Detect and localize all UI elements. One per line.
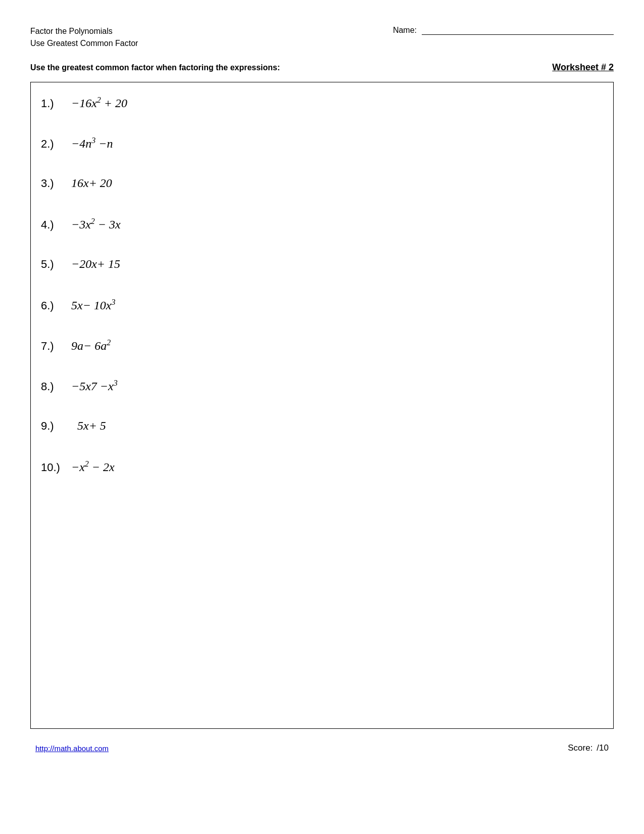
problem-number-7: 7.) <box>41 340 71 353</box>
problem-expr-2: −4n3 −n <box>71 136 113 151</box>
problem-expr-8: −5x7 −x3 <box>71 379 118 393</box>
problem-row-6: 6.)5x− 10x3 <box>41 290 598 330</box>
problem-row-9: 9.) 5x+ 5 <box>41 411 598 451</box>
name-label: Name: <box>393 26 417 35</box>
worksheet-title: Worksheet # 2 <box>552 62 614 73</box>
problem-number-5: 5.) <box>41 258 71 271</box>
problem-number-10: 10.) <box>41 461 71 474</box>
problem-row-5: 5.)−20x+ 15 <box>41 249 598 290</box>
title-line1: Factor the Polynomials <box>30 25 138 37</box>
problem-number-4: 4.) <box>41 218 71 231</box>
footer: http://math.about.com Score: /10 <box>30 743 614 753</box>
problem-row-1: 1.)−16x2 + 20 <box>41 87 598 128</box>
problem-expr-1: −16x2 + 20 <box>71 96 127 110</box>
instruction-row: Use the greatest common factor when fact… <box>30 62 614 73</box>
score-value: /10 <box>597 743 609 753</box>
problem-number-2: 2.) <box>41 137 71 151</box>
problem-number-3: 3.) <box>41 177 71 190</box>
instruction-text: Use the greatest common factor when fact… <box>30 63 280 72</box>
name-input-line <box>422 25 614 35</box>
problem-number-8: 8.) <box>41 380 71 393</box>
problem-expr-9: 5x+ 5 <box>71 419 106 433</box>
problem-number-9: 9.) <box>41 420 71 433</box>
problem-row-4: 4.)−3x2 − 3x <box>41 209 598 249</box>
footer-score: Score: /10 <box>568 743 609 753</box>
problem-number-6: 6.) <box>41 299 71 312</box>
problem-expr-5: −20x+ 15 <box>71 257 120 271</box>
problem-expr-3: 16x+ 20 <box>71 176 112 190</box>
header-section: Factor the Polynomials Use Greatest Comm… <box>30 25 614 50</box>
problem-row-2: 2.)−4n3 −n <box>41 128 598 168</box>
problems-box: 1.)−16x2 + 202.)−4n3 −n3.)16x+ 204.)−3x2… <box>30 82 614 729</box>
problem-row-10: 10.)−x2 − 2x <box>41 451 598 492</box>
problem-expr-7: 9a− 6a2 <box>71 338 111 353</box>
problem-expr-10: −x2 − 2x <box>71 459 115 474</box>
problem-row-7: 7.)9a− 6a2 <box>41 330 598 370</box>
footer-link[interactable]: http://math.about.com <box>35 744 109 753</box>
header-right: Name: <box>393 25 614 35</box>
header-left: Factor the Polynomials Use Greatest Comm… <box>30 25 138 50</box>
score-label: Score: <box>568 743 592 753</box>
problem-number-1: 1.) <box>41 97 71 110</box>
problem-expr-4: −3x2 − 3x <box>71 217 121 231</box>
title-line2: Use Greatest Common Factor <box>30 37 138 50</box>
problem-row-8: 8.)−5x7 −x3 <box>41 370 598 411</box>
problem-row-3: 3.)16x+ 20 <box>41 168 598 209</box>
problem-expr-6: 5x− 10x3 <box>71 298 116 312</box>
